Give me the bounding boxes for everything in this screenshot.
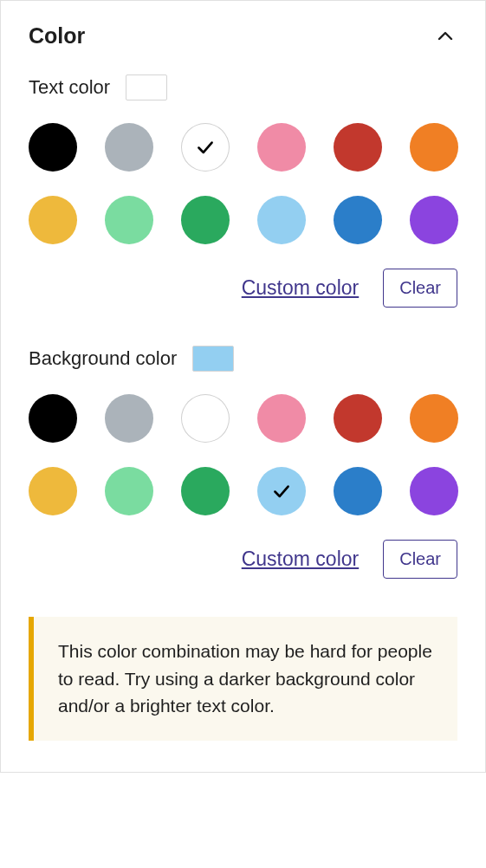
background-color-swatch-red[interactable] xyxy=(334,394,382,443)
text-color-section: Text color Custom color Clear xyxy=(29,74,457,308)
background-color-swatch-grid xyxy=(29,394,457,515)
text-color-swatch-gray[interactable] xyxy=(105,123,153,172)
color-panel-wrapper: Color Text color Custom color Clear Back… xyxy=(0,0,486,773)
chevron-up-icon xyxy=(433,24,457,49)
text-color-swatch-blue[interactable] xyxy=(334,196,382,244)
color-panel-header[interactable]: Color xyxy=(29,23,457,49)
text-color-swatch-purple[interactable] xyxy=(410,196,458,244)
background-color-section: Background color Custom color Clear xyxy=(29,346,457,579)
text-color-swatch-orange[interactable] xyxy=(410,123,458,172)
background-color-swatch-pink[interactable] xyxy=(257,394,306,443)
check-icon xyxy=(194,136,217,159)
text-color-swatch-green[interactable] xyxy=(181,196,230,244)
text-color-clear-button[interactable]: Clear xyxy=(383,269,457,308)
background-color-swatch-gray[interactable] xyxy=(105,394,153,443)
text-color-swatch-red[interactable] xyxy=(334,123,382,172)
text-color-current-swatch xyxy=(126,74,167,100)
background-color-label: Background color xyxy=(29,347,177,370)
background-color-custom-link[interactable]: Custom color xyxy=(242,547,359,571)
background-color-swatch-mint[interactable] xyxy=(105,467,153,515)
background-color-clear-button[interactable]: Clear xyxy=(383,540,457,579)
background-color-current-swatch xyxy=(192,346,234,372)
background-color-swatch-purple[interactable] xyxy=(410,467,458,515)
text-color-swatch-amber[interactable] xyxy=(29,196,77,244)
background-color-swatch-amber[interactable] xyxy=(29,467,77,515)
check-icon xyxy=(270,480,293,502)
background-color-swatch-white[interactable] xyxy=(181,394,230,443)
text-color-custom-link[interactable]: Custom color xyxy=(242,276,359,300)
text-color-label: Text color xyxy=(29,76,110,99)
color-panel-title: Color xyxy=(29,23,85,49)
text-color-swatch-grid xyxy=(29,123,457,244)
contrast-warning-text: This color combination may be hard for p… xyxy=(58,641,432,716)
background-color-swatch-blue[interactable] xyxy=(334,467,382,515)
background-color-swatch-green[interactable] xyxy=(181,467,230,515)
text-color-swatch-white[interactable] xyxy=(181,123,230,172)
background-color-swatch-black[interactable] xyxy=(29,394,77,443)
text-color-swatch-black[interactable] xyxy=(29,123,77,172)
contrast-warning-notice: This color combination may be hard for p… xyxy=(29,617,457,741)
background-color-swatch-light-blue[interactable] xyxy=(257,467,306,515)
text-color-swatch-pink[interactable] xyxy=(257,123,306,172)
text-color-swatch-light-blue[interactable] xyxy=(257,196,306,244)
background-color-swatch-orange[interactable] xyxy=(410,394,458,443)
text-color-swatch-mint[interactable] xyxy=(105,196,153,244)
